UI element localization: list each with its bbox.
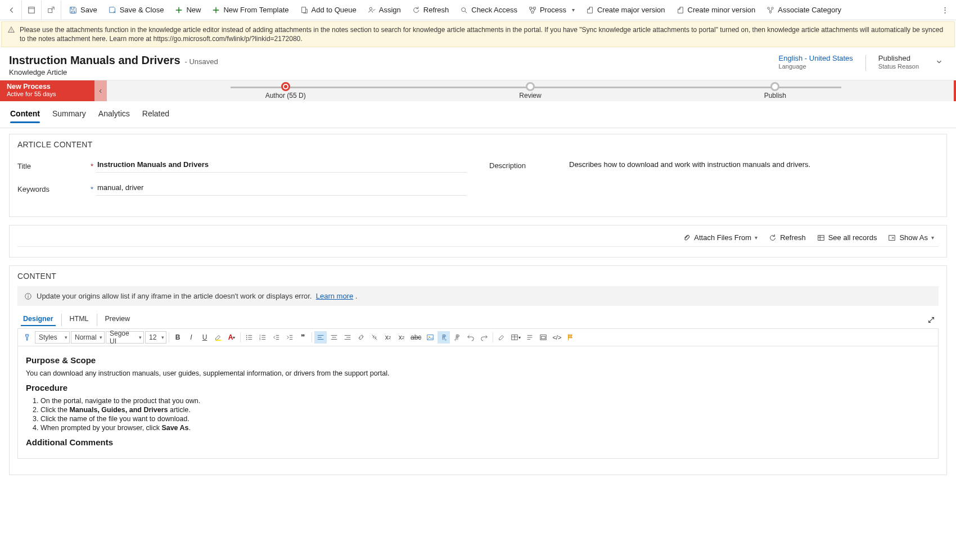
svg-point-5 bbox=[462, 7, 466, 11]
align-center-button[interactable] bbox=[328, 331, 340, 344]
editor-tab-html[interactable]: HTML bbox=[67, 314, 91, 326]
unlink-button[interactable] bbox=[368, 331, 381, 344]
svg-point-4 bbox=[369, 7, 372, 10]
strikethrough-button[interactable]: abc bbox=[409, 331, 423, 344]
process-button[interactable]: Process ▾ bbox=[523, 1, 580, 20]
add-queue-label: Add to Queue bbox=[312, 6, 357, 14]
command-list: Save Save & Close New New From Template … bbox=[61, 1, 936, 20]
list-item: On the portal, navigate to the product t… bbox=[40, 397, 930, 405]
indent-button[interactable] bbox=[283, 331, 296, 344]
bpf-collapse-button[interactable] bbox=[94, 80, 107, 101]
outdent-button[interactable] bbox=[270, 331, 282, 344]
personalization-button[interactable] bbox=[524, 331, 536, 344]
image-button[interactable] bbox=[424, 331, 436, 344]
editor-body[interactable]: Purpose & Scope You can download any ins… bbox=[17, 346, 939, 459]
banner-msg: Update your origins allow list if any if… bbox=[37, 292, 312, 300]
underline-button[interactable]: U bbox=[199, 331, 211, 344]
check-access-button[interactable]: Check Access bbox=[454, 1, 523, 20]
tab-related[interactable]: Related bbox=[142, 106, 169, 128]
bpf-stage-author[interactable]: Author (55 D) bbox=[163, 82, 408, 100]
header-language[interactable]: English - United States Language bbox=[779, 54, 853, 70]
create-major-label: Create major version bbox=[597, 6, 665, 14]
flag-button[interactable] bbox=[564, 331, 576, 344]
tab-content[interactable]: Content bbox=[10, 106, 40, 128]
new-button[interactable]: New bbox=[169, 1, 206, 20]
paragraph-format-select[interactable]: Normal bbox=[71, 331, 105, 344]
chevron-down-icon: ▾ bbox=[931, 234, 934, 241]
learn-more-link[interactable]: Learn more bbox=[316, 292, 353, 300]
blockquote-button[interactable]: ❞ bbox=[297, 331, 309, 344]
number-list-button[interactable]: 123 bbox=[256, 331, 269, 344]
chevron-down-icon: ▾ bbox=[572, 7, 575, 13]
attach-files-button[interactable]: Attach Files From ▾ bbox=[683, 233, 757, 242]
svg-point-9 bbox=[768, 7, 770, 9]
header-expand-button[interactable] bbox=[931, 54, 947, 70]
font-size-select[interactable]: 12 bbox=[145, 331, 166, 344]
add-queue-button[interactable]: Add to Queue bbox=[295, 1, 362, 20]
refresh-button[interactable]: Refresh bbox=[407, 1, 455, 20]
attach-refresh-button[interactable]: Refresh bbox=[769, 233, 806, 242]
bpf-stage-publish[interactable]: Publish bbox=[653, 82, 898, 100]
field-keywords[interactable]: Keywords * manual, driver bbox=[17, 178, 467, 201]
bpf-dot-icon bbox=[770, 82, 779, 91]
create-minor-button[interactable]: Create minor version bbox=[671, 1, 761, 20]
highlight-color-button[interactable] bbox=[212, 331, 224, 344]
styles-select[interactable]: Styles bbox=[35, 331, 70, 344]
font-family-select[interactable]: Segoe UI bbox=[106, 331, 144, 344]
link-button[interactable] bbox=[355, 331, 367, 344]
format-painter-button[interactable] bbox=[21, 331, 34, 344]
subscript-button[interactable]: x2 bbox=[395, 331, 408, 344]
see-all-records-button[interactable]: See all records bbox=[817, 233, 877, 242]
back-button[interactable] bbox=[2, 1, 21, 20]
svg-rect-14 bbox=[818, 236, 824, 241]
associate-category-button[interactable]: Associate Category bbox=[761, 1, 847, 20]
align-left-button[interactable] bbox=[314, 331, 327, 344]
attachment-toolbar: Attach Files From ▾ Refresh See all reco… bbox=[17, 231, 939, 247]
create-major-button[interactable]: Create major version bbox=[580, 1, 671, 20]
popout-icon[interactable] bbox=[42, 1, 61, 20]
new-template-button[interactable]: New From Template bbox=[206, 1, 294, 20]
undo-button[interactable] bbox=[465, 331, 477, 344]
font-color-button[interactable]: A▾ bbox=[226, 331, 238, 344]
heading-purpose: Purpose & Scope bbox=[26, 355, 930, 365]
save-button[interactable]: Save bbox=[64, 1, 103, 20]
language-value: English - United States bbox=[779, 54, 853, 62]
clear-format-button[interactable] bbox=[495, 331, 508, 344]
bullet-list-button[interactable] bbox=[243, 331, 255, 344]
refresh-icon bbox=[769, 234, 777, 242]
italic-button[interactable]: I bbox=[185, 331, 197, 344]
table-button[interactable]: ▾ bbox=[509, 331, 522, 344]
nav-icons bbox=[2, 1, 61, 20]
field-title[interactable]: Title * Instruction Manuals and Drivers bbox=[17, 155, 467, 178]
rtl-button[interactable] bbox=[451, 331, 463, 344]
iframe-button[interactable] bbox=[537, 331, 549, 344]
bpf-stage-label: Review bbox=[519, 92, 541, 100]
svg-rect-2 bbox=[48, 8, 52, 12]
overflow-menu-button[interactable]: ⋮ bbox=[936, 1, 954, 20]
header-status[interactable]: Published Status Reason bbox=[878, 54, 919, 70]
form-area: ARTICLE CONTENT Title * Instruction Manu… bbox=[0, 128, 956, 475]
show-as-button[interactable]: Show As ▾ bbox=[888, 233, 934, 242]
process-label: Process bbox=[540, 6, 566, 14]
tab-summary[interactable]: Summary bbox=[52, 106, 86, 128]
ltr-button[interactable] bbox=[438, 331, 450, 344]
editor-tab-preview[interactable]: Preview bbox=[103, 314, 132, 326]
panel-icon[interactable] bbox=[22, 1, 41, 20]
plus-icon bbox=[212, 6, 220, 14]
refresh-icon bbox=[412, 6, 420, 14]
field-description[interactable]: Description Describes how to download an… bbox=[489, 155, 939, 177]
editor-tab-designer[interactable]: Designer bbox=[21, 314, 56, 326]
bpf-stage-review[interactable]: Review bbox=[408, 82, 652, 100]
tab-analytics[interactable]: Analytics bbox=[98, 106, 130, 128]
save-close-button[interactable]: Save & Close bbox=[103, 1, 170, 20]
redo-button[interactable] bbox=[478, 331, 490, 344]
svg-rect-21 bbox=[215, 340, 222, 341]
superscript-button[interactable]: x2 bbox=[382, 331, 394, 344]
assign-button[interactable]: Assign bbox=[362, 1, 407, 20]
bpf-header[interactable]: New Process Active for 55 days bbox=[0, 80, 94, 101]
save-close-label: Save & Close bbox=[120, 6, 164, 14]
bold-button[interactable]: B bbox=[172, 331, 184, 344]
align-right-button[interactable] bbox=[341, 331, 354, 344]
editor-expand-button[interactable] bbox=[927, 316, 935, 324]
source-button[interactable]: </> bbox=[551, 331, 563, 344]
